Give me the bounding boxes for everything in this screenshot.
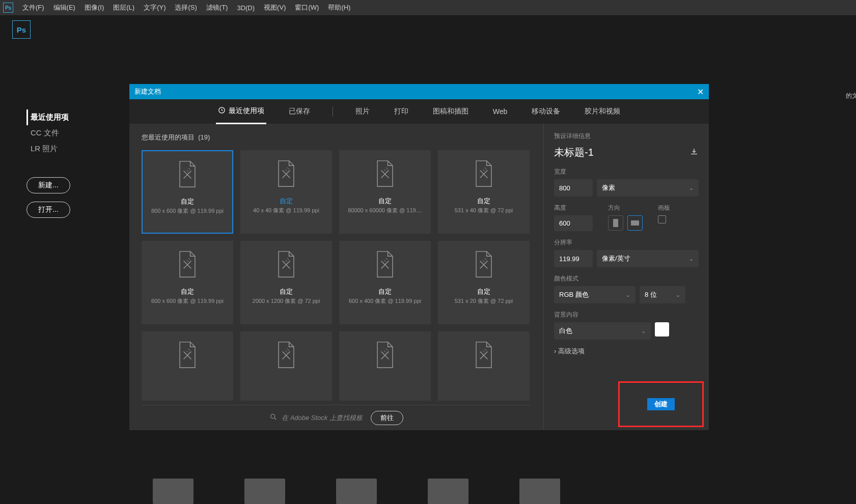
- preset-card[interactable]: 自定 600 x 400 像素 @ 119.99 ppi: [339, 241, 431, 324]
- artboard-checkbox[interactable]: [658, 215, 666, 223]
- width-field[interactable]: [554, 179, 593, 197]
- sidebar-item-lr-photos[interactable]: LR 照片: [26, 141, 123, 157]
- separator: [333, 106, 333, 117]
- svg-point-1: [271, 414, 275, 418]
- menu-filter[interactable]: 滤镜(T): [206, 3, 228, 12]
- tab-mobile[interactable]: 移动设备: [530, 100, 562, 123]
- height-field[interactable]: [554, 215, 593, 231]
- background-swatch[interactable]: [655, 322, 669, 337]
- bottom-thumbnails: [153, 479, 560, 504]
- resolution-unit-dropdown[interactable]: 像素/英寸 ⌄: [597, 250, 699, 267]
- orientation-landscape[interactable]: [627, 215, 643, 231]
- advanced-options[interactable]: › 高级选项: [554, 347, 699, 356]
- chevron-right-icon: ›: [554, 347, 556, 355]
- thumb: [519, 479, 560, 504]
- tab-photo[interactable]: 照片: [353, 100, 372, 123]
- detail-header: 预设详细信息: [554, 132, 699, 141]
- ps-logo: Ps: [12, 20, 31, 39]
- preset-name: 自定: [280, 287, 293, 296]
- preset-card[interactable]: [438, 331, 530, 401]
- width-label: 宽度: [554, 167, 699, 176]
- search-row: 在 Adobe Stock 上查找模板 前往: [142, 405, 531, 430]
- dialog-body: 您最近使用的项目 (19) 自定 800 x 600 像素 @ 119.99 p…: [129, 124, 709, 430]
- menu-window[interactable]: 窗口(W): [295, 3, 319, 12]
- thumb: [336, 479, 377, 504]
- preset-name: 自定: [181, 197, 194, 206]
- resolution-unit-value: 像素/英寸: [602, 254, 630, 263]
- menu-view[interactable]: 视图(V): [264, 3, 286, 12]
- menu-image[interactable]: 图像(I): [85, 3, 104, 12]
- save-preset-icon[interactable]: [689, 147, 699, 158]
- document-icon: [472, 341, 495, 370]
- menu-layer[interactable]: 图层(L): [113, 3, 134, 12]
- bit-depth-dropdown[interactable]: 8 位 ⌄: [640, 286, 685, 303]
- preset-card[interactable]: 自定 531 x 20 像素 @ 72 ppi: [438, 241, 530, 324]
- sidebar-item-recent[interactable]: 最近使用项: [26, 109, 123, 125]
- stock-search[interactable]: 在 Adobe Stock 上查找模板: [269, 413, 363, 423]
- tab-web[interactable]: Web: [491, 100, 510, 123]
- tab-film[interactable]: 胶片和视频: [583, 100, 622, 123]
- tab-label: 最近使用项: [229, 106, 264, 116]
- clipped-text: 的文: [846, 92, 856, 100]
- preset-card[interactable]: [240, 331, 332, 401]
- preset-card[interactable]: 自定 600 x 600 像素 @ 119.99 ppi: [142, 241, 233, 324]
- background-label: 背景内容: [554, 311, 699, 319]
- go-button[interactable]: 前往: [371, 411, 403, 425]
- orientation-portrait[interactable]: [608, 215, 623, 231]
- home-area: Ps 最近使用项 CC 文件 LR 照片 新建... 打开... 的文 新建文档…: [0, 15, 856, 504]
- menu-file[interactable]: 文件(F): [22, 3, 44, 12]
- preset-subtitle: 2000 x 1200 像素 @ 72 ppi: [241, 297, 332, 305]
- preset-name: 自定: [280, 197, 293, 206]
- tab-recent[interactable]: 最近使用项: [216, 99, 266, 124]
- preset-card[interactable]: 自定 40 x 40 像素 @ 119.99 ppi: [240, 150, 332, 234]
- menu-type[interactable]: 文字(Y): [144, 3, 165, 12]
- dialog-tabs: 最近使用项 已保存 照片 打印 图稿和插图 Web 移动设备 胶片和视频: [129, 99, 709, 124]
- dialog-titlebar: 新建文档 ✕: [129, 84, 709, 99]
- unit-dropdown[interactable]: 像素 ⌄: [597, 179, 699, 197]
- preset-subtitle: 600 x 600 像素 @ 119.99 ppi: [142, 297, 233, 305]
- preset-name: 自定: [477, 287, 490, 296]
- document-icon: [373, 250, 397, 279]
- preset-name: 自定: [181, 287, 194, 296]
- preset-card[interactable]: 自定 531 x 40 像素 @ 72 ppi: [438, 150, 530, 234]
- tab-saved[interactable]: 已保存: [287, 100, 312, 123]
- menu-edit[interactable]: 编辑(E): [53, 3, 75, 12]
- search-icon: [269, 413, 278, 423]
- document-icon: [176, 160, 199, 189]
- background-dropdown[interactable]: 白色 ⌄: [554, 322, 651, 340]
- menu-3d[interactable]: 3D(D): [237, 4, 255, 12]
- create-button[interactable]: 创建: [647, 398, 675, 410]
- new-button[interactable]: 新建...: [26, 177, 70, 193]
- chevron-down-icon: ⌄: [626, 292, 630, 298]
- chevron-down-icon: ⌄: [676, 292, 680, 298]
- document-icon: [176, 341, 199, 370]
- menu-help[interactable]: 帮助(H): [328, 3, 350, 12]
- preset-card[interactable]: 自定 80000 x 60000 像素 @ 119....: [339, 150, 431, 234]
- preset-card[interactable]: [339, 331, 431, 401]
- home-sidebar: 最近使用项 CC 文件 LR 照片 新建... 打开...: [26, 109, 123, 218]
- document-icon: [274, 250, 298, 279]
- preset-subtitle: 531 x 40 像素 @ 72 ppi: [438, 207, 529, 214]
- preset-card[interactable]: 自定 800 x 600 像素 @ 119.99 ppi: [142, 150, 233, 234]
- resolution-field[interactable]: [554, 250, 593, 267]
- thumb: [244, 479, 285, 504]
- menu-select[interactable]: 选择(S): [175, 3, 197, 12]
- preset-card[interactable]: 自定 2000 x 1200 像素 @ 72 ppi: [240, 241, 332, 324]
- close-icon[interactable]: ✕: [697, 87, 704, 97]
- sidebar-item-cc-files[interactable]: CC 文件: [26, 125, 123, 141]
- color-mode-value: RGB 颜色: [559, 290, 589, 299]
- tab-art[interactable]: 图稿和插图: [431, 100, 471, 123]
- recent-items-header: 您最近使用的项目 (19): [142, 133, 531, 142]
- tab-print[interactable]: 打印: [392, 100, 410, 123]
- color-mode-dropdown[interactable]: RGB 颜色 ⌄: [554, 286, 636, 303]
- document-icon: [472, 160, 495, 188]
- bit-depth-value: 8 位: [645, 290, 657, 299]
- artboard-label: 画板: [658, 204, 670, 212]
- preset-subtitle: 80000 x 60000 像素 @ 119....: [340, 207, 430, 214]
- thumb: [153, 479, 194, 504]
- preset-card[interactable]: [142, 331, 233, 401]
- preset-name: 自定: [378, 197, 392, 206]
- open-button[interactable]: 打开...: [26, 202, 70, 218]
- preset-subtitle: 40 x 40 像素 @ 119.99 ppi: [241, 207, 332, 214]
- document-name[interactable]: 未标题-1: [554, 146, 594, 159]
